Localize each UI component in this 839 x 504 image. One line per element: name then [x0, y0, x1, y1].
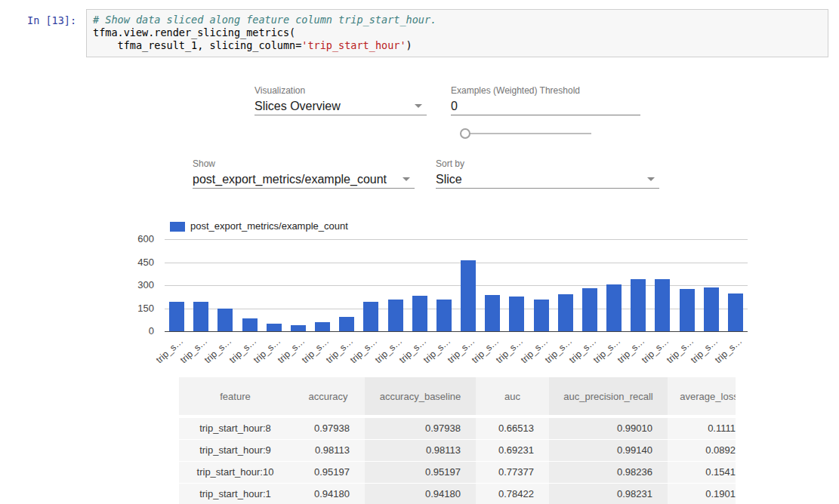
chart-bar[interactable]	[169, 302, 184, 331]
table-header-cell[interactable]: feature	[179, 377, 291, 415]
slices-overview-chart: post_export_metrics/example_count 015030…	[0, 219, 839, 373]
chart-bar[interactable]	[509, 297, 524, 331]
table-cell: 0.97938	[291, 418, 365, 439]
table-cell: 0.69231	[476, 440, 549, 461]
notebook-page: In [13]: # Show data sliced along featur…	[0, 0, 839, 504]
chart-bar[interactable]	[217, 309, 233, 332]
threshold-input[interactable]	[451, 98, 640, 115]
sortby-label: Sort by	[436, 158, 659, 170]
metrics-table: featureaccuracyaccuracy_baselineaucauc_p…	[179, 377, 736, 504]
code-line: tfma_result_1, slicing_column='trip_star…	[93, 39, 822, 52]
dropdown-arrow-icon[interactable]	[415, 104, 422, 108]
table-header-cell[interactable]: accuracy_baseline	[365, 377, 476, 415]
table-cell: 0.78422	[476, 484, 549, 504]
table-cell: 0.99010	[549, 418, 668, 439]
code-string: 'trip_start_hour'	[301, 39, 406, 51]
table-cell: 0.98231	[549, 484, 668, 504]
y-axis-label: 0	[122, 325, 154, 337]
x-axis-baseline	[165, 331, 748, 332]
table-cell: 0.1541	[668, 462, 736, 483]
table-cell: trip_start_hour:9	[179, 440, 291, 461]
table-header-cell[interactable]: auc_precision_recall	[549, 377, 668, 415]
table-cell: 0.98113	[291, 440, 365, 461]
table-cell: 0.95197	[291, 462, 365, 483]
table-cell: 0.99140	[549, 440, 668, 461]
chart-bar[interactable]	[704, 287, 719, 331]
table-cell: trip_start_hour:1	[179, 484, 291, 504]
chart-bar[interactable]	[267, 324, 282, 331]
table-cell: 0.98236	[549, 462, 668, 483]
chart-bar[interactable]	[315, 322, 330, 331]
sortby-dropdown[interactable]: Sort by Slice	[436, 158, 659, 189]
table-header-cell[interactable]: accuracy	[291, 377, 365, 415]
chart-bar[interactable]	[680, 289, 695, 331]
chart-bar[interactable]	[363, 302, 378, 331]
dropdown-arrow-icon[interactable]	[647, 177, 655, 181]
table-cell: 0.94180	[365, 484, 476, 504]
show-metric-dropdown[interactable]: Show post_export_metrics/example_count	[193, 158, 415, 189]
table-row: trip_start_hour:10.941800.941800.784220.…	[179, 484, 736, 504]
chart-bar[interactable]	[655, 279, 670, 331]
legend-swatch-icon	[170, 222, 185, 232]
show-value: post_export_metrics/example_count	[193, 171, 415, 188]
table-cell: 0.95197	[365, 462, 476, 483]
chart-bar[interactable]	[606, 284, 622, 331]
chart-bar[interactable]	[339, 317, 354, 331]
chart-bar[interactable]	[436, 300, 452, 331]
legend-label: post_export_metrics/example_count	[190, 220, 348, 232]
table-cell: 0.1901	[668, 484, 736, 504]
y-axis-label: 450	[122, 257, 154, 268]
threshold-field[interactable]: Examples (Weighted) Threshold	[451, 85, 640, 115]
visualization-value: Slices Overview	[254, 98, 427, 115]
chart-bar[interactable]	[582, 288, 597, 331]
table-cell: 0.97938	[365, 418, 476, 439]
chart-bar[interactable]	[461, 260, 476, 332]
visualization-label: Visualization	[254, 85, 427, 97]
chart-bar[interactable]	[242, 318, 258, 331]
y-axis-label: 300	[122, 279, 154, 290]
dropdown-arrow-icon[interactable]	[403, 177, 410, 181]
chart-bar[interactable]	[631, 279, 646, 331]
table-row: trip_start_hour:90.981130.981130.692310.…	[179, 440, 736, 461]
table-header-cell[interactable]: average_loss	[668, 377, 736, 415]
y-axis-label: 150	[122, 303, 154, 314]
slider-knob[interactable]	[460, 128, 470, 139]
code-line: tfma.view.render_slicing_metrics(	[93, 26, 822, 39]
threshold-slider[interactable]	[457, 127, 597, 140]
visualization-dropdown[interactable]: Visualization Slices Overview	[254, 85, 427, 115]
slider-track[interactable]	[470, 133, 591, 134]
show-label: Show	[193, 158, 415, 170]
chart-bar[interactable]	[291, 325, 306, 331]
sortby-value: Slice	[436, 171, 659, 188]
table-cell: 0.0892	[668, 440, 736, 461]
chart-bar[interactable]	[728, 293, 743, 331]
gridline	[165, 239, 748, 240]
table-cell: 0.77377	[476, 462, 549, 483]
table-cell: trip_start_hour:8	[179, 418, 291, 439]
table-header-cell[interactable]: auc	[476, 377, 549, 415]
code-comment: # Show data sliced along feature column …	[93, 14, 436, 26]
table-header-row: featureaccuracyaccuracy_baselineaucauc_p…	[179, 377, 736, 415]
gridline	[165, 263, 748, 263]
table-cell: 0.1111	[668, 418, 736, 439]
table-cell: 0.98113	[365, 440, 476, 461]
table-cell: 0.94180	[291, 484, 365, 504]
table-cell: trip_start_hour:10	[179, 462, 291, 483]
chart-bar[interactable]	[412, 296, 427, 331]
threshold-label: Examples (Weighted) Threshold	[451, 85, 640, 97]
code-cell[interactable]: # Show data sliced along feature column …	[86, 9, 828, 57]
table-row: trip_start_hour:100.951970.951970.773770…	[179, 462, 736, 483]
chart-bar[interactable]	[388, 300, 403, 331]
chart-bar[interactable]	[558, 294, 573, 331]
table-row: trip_start_hour:80.979380.979380.665130.…	[179, 418, 736, 439]
input-prompt: In [13]:	[27, 14, 76, 26]
chart-bar[interactable]	[485, 295, 500, 331]
chart-bar[interactable]	[193, 302, 208, 331]
chart-bar[interactable]	[534, 300, 549, 331]
table-cell: 0.66513	[476, 418, 549, 439]
y-axis-label: 600	[122, 233, 154, 244]
